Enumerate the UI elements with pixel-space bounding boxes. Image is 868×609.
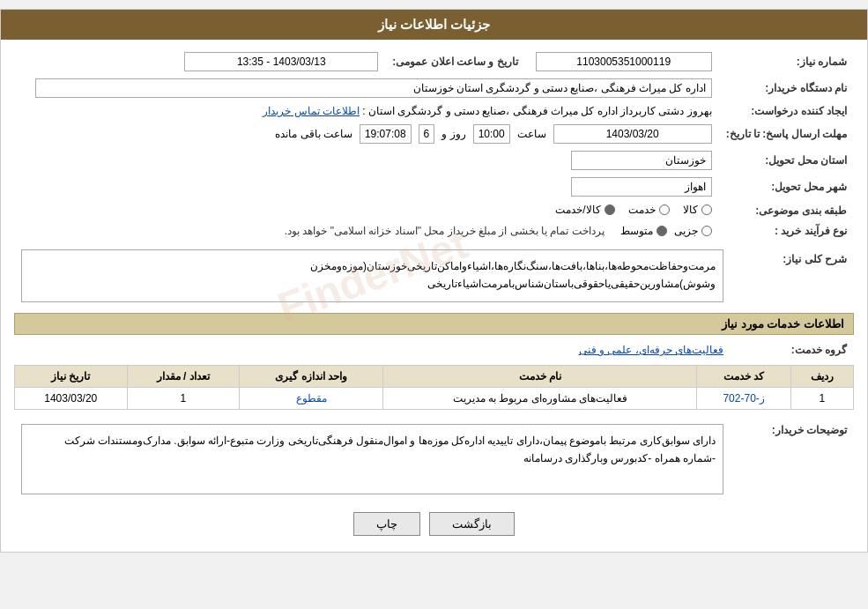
toseeh-value: دارای سوابق‌کاری مرتبط باموضوع پیمان،دار… (21, 424, 723, 494)
print-button[interactable]: چاپ (353, 512, 420, 536)
tabaqebandi-label: طبقه بندی موضوعی: (719, 200, 854, 221)
radio-khedmat-circle (659, 204, 670, 215)
rooz-value: 6 (419, 124, 435, 144)
radio-kala-label: کالا (683, 204, 698, 216)
page-header: جزئیات اطلاعات نیاز (1, 10, 867, 40)
cell-radif: 1 (790, 388, 853, 410)
nooe-farayand-label: نوع فرآیند خرید : (719, 221, 854, 241)
tarikh-pasokh-value: 1403/03/20 (553, 124, 712, 144)
page-title: جزئیات اطلاعات نیاز (378, 17, 490, 32)
col-radif: ردیف (790, 366, 853, 388)
col-code: کد خدمت (697, 366, 791, 388)
radio-motavasset-label: متوسط (620, 225, 653, 237)
cell-unit: مقطوع (239, 388, 382, 410)
rooz-label: روز و (441, 128, 465, 140)
gorooh-khedmat-value[interactable]: فعالیت‌های حرفه‌ای، علمی و فنی (579, 344, 723, 356)
ijad-konande-value: بهروز دشتی کاربرداز اداره کل میراث فرهنگ… (362, 105, 711, 117)
sharh-value-box: FinderNet مرمت‌وحفاظت‌محوطه‌ها،بناها،باف… (21, 249, 723, 302)
saat-label: ساعت (517, 128, 546, 140)
toseeh-label: توضیحات خریدار: (731, 417, 854, 501)
radio-jazee: جزیی (674, 225, 712, 237)
radio-motavasset: متوسط (620, 225, 667, 237)
col-tedad: تعداد / مقدار (127, 366, 239, 388)
tarikh-elan-label: تاریخ و ساعت اعلان عمومی: (385, 48, 524, 75)
nam-dastgah-label: نام دستگاه خریدار: (719, 75, 854, 101)
ostan-value: خوزستان (571, 151, 712, 170)
radio-khedmat: خدمت (628, 204, 670, 216)
col-unit: واحد اندازه گیری (239, 366, 382, 388)
tarikh-elan-value: 1403/03/13 - 13:35 (184, 52, 378, 71)
mande-label: ساعت باقی مانده (275, 128, 352, 140)
sharh-label: شرح کلی نیاز: (731, 246, 854, 306)
col-name: نام خدمت (383, 366, 697, 388)
cell-tarikh: 1403/03/20 (15, 388, 128, 410)
cell-name: فعالیت‌های مشاوره‌ای مربوط به مدیریت (383, 388, 697, 410)
ijad-konande-link[interactable]: اطلاعات تماس خریدار (263, 105, 360, 117)
radio-motavasset-circle (657, 226, 667, 236)
radio-jazee-label: جزیی (674, 225, 698, 237)
services-table: ردیف کد خدمت نام خدمت واحد اندازه گیری ت… (14, 365, 854, 410)
shahr-value: اهواز (571, 177, 712, 197)
radio-jazee-circle (701, 226, 712, 236)
radio-kala-circle (701, 204, 712, 215)
cell-code: ز-70-702 (697, 388, 791, 410)
radio-kala: کالا (683, 204, 712, 216)
button-row: بازگشت چاپ (14, 512, 854, 536)
khadamat-section-title: اطلاعات خدمات مورد نیاز (14, 313, 854, 335)
radio-kala-khedmat-label: کالا/خدمت (555, 204, 600, 216)
saat-value: 10:00 (473, 124, 510, 144)
shahr-label: شهر محل تحویل: (719, 174, 854, 200)
gorooh-khedmat-label: گروه خدمت: (731, 340, 854, 360)
shomara-label: شماره نیاز: (719, 48, 854, 75)
back-button[interactable]: بازگشت (429, 512, 515, 536)
ostan-label: استان محل تحویل: (719, 147, 854, 174)
saat-mande-value: 19:07:08 (360, 124, 412, 144)
shomara-value: 1103005351000119 (536, 52, 712, 71)
radio-kala-khedmat-circle (605, 204, 615, 215)
nam-dastgah-value: اداره کل میراث فرهنگی ،صنایع دستی و گردش… (35, 78, 712, 98)
farayand-note: پرداخت تمام یا بخشی از مبلغ خریداز محل "… (285, 225, 605, 237)
radio-kala-khedmat: کالا/خدمت (555, 204, 614, 216)
radio-khedmat-label: خدمت (628, 204, 656, 216)
ijad-konande-label: ایجاد کننده درخواست: (719, 101, 854, 121)
mohlat-label: مهلت ارسال پاسخ: تا تاریخ: (719, 121, 854, 147)
table-row: 1ز-70-702فعالیت‌های مشاوره‌ای مربوط به م… (15, 388, 854, 410)
sharh-value: مرمت‌وحفاظت‌محوطه‌ها،بناها،بافت‌ها،سنگ‌ن… (310, 260, 716, 290)
cell-tedad: 1 (127, 388, 239, 410)
col-tarikh: تاریخ نیاز (15, 366, 128, 388)
